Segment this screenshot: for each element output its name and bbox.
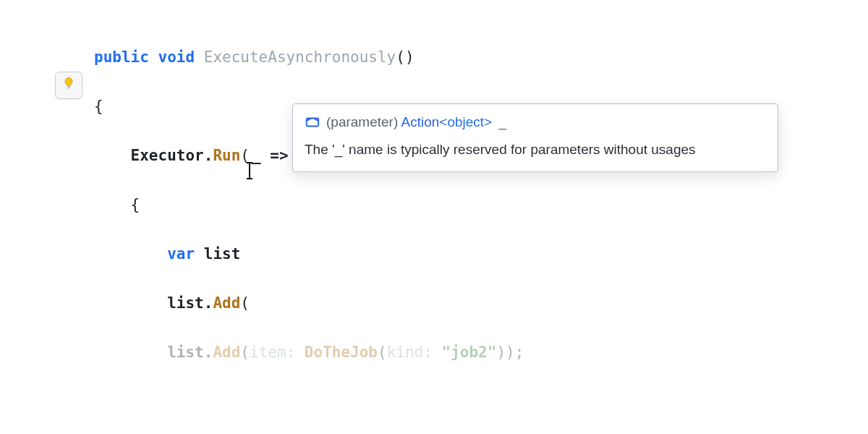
code-line: list.Add( bbox=[94, 291, 616, 315]
code-line: list.Add(item: DoTheJob(kind: "job2")); bbox=[94, 340, 616, 365]
code-line: var list bbox=[94, 242, 616, 266]
code-line: public void ExecuteAsynchronously() bbox=[94, 45, 616, 69]
code-editor[interactable]: public void ExecuteAsynchronously() { Ex… bbox=[94, 20, 616, 434]
svg-rect-1 bbox=[67, 88, 69, 88]
lightbulb-icon bbox=[61, 73, 76, 98]
svg-rect-0 bbox=[67, 86, 70, 88]
tooltip-signature: (parameter) Action<object> _ bbox=[305, 111, 766, 133]
lightbulb-quickfix-button[interactable] bbox=[55, 72, 82, 99]
parameter-icon bbox=[305, 114, 320, 130]
tooltip-message: The '_' name is typically reserved for p… bbox=[305, 139, 766, 161]
parameter-info-tooltip: (parameter) Action<object> _ The '_' nam… bbox=[292, 103, 778, 172]
code-line: { bbox=[94, 192, 616, 217]
code-line bbox=[94, 389, 616, 414]
